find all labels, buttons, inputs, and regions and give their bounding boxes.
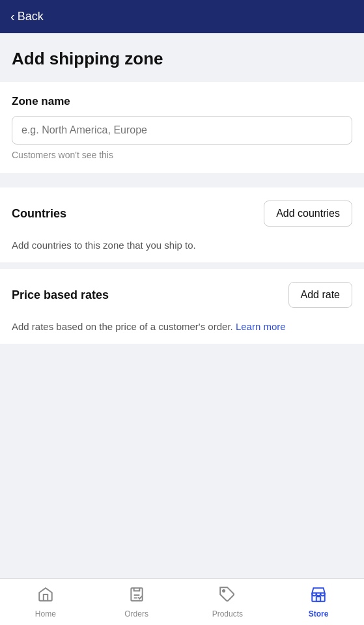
nav-item-products[interactable]: Products (182, 579, 273, 625)
nav-label-store: Store (309, 609, 329, 618)
zone-name-hint: Customers won't see this (12, 150, 352, 160)
zone-name-card: Zone name Customers won't see this (0, 82, 364, 173)
page-title: Add shipping zone (12, 49, 352, 69)
learn-more-link[interactable]: Learn more (236, 321, 286, 332)
add-countries-button[interactable]: Add countries (264, 201, 352, 227)
bottom-nav: Home Orders Products (0, 578, 364, 625)
countries-section: Countries Add countries Add countries to… (0, 188, 364, 262)
nav-label-home: Home (35, 609, 56, 618)
svg-rect-5 (316, 596, 321, 602)
divider-2 (0, 262, 364, 269)
header: ‹ Back (0, 0, 364, 33)
divider-1 (0, 181, 364, 188)
nav-item-home[interactable]: Home (0, 579, 91, 625)
price-rates-section: Price based rates Add rate Add rates bas… (0, 269, 364, 344)
nav-label-products: Products (212, 609, 243, 618)
nav-item-orders[interactable]: Orders (91, 579, 182, 625)
back-label: Back (18, 10, 44, 23)
nav-label-orders: Orders (124, 609, 148, 618)
zone-name-input[interactable] (12, 116, 352, 145)
back-chevron-icon: ‹ (10, 9, 15, 24)
orders-icon (128, 586, 145, 607)
svg-point-3 (223, 589, 225, 591)
home-icon (37, 586, 54, 607)
zone-name-card-inner: Zone name Customers won't see this (0, 82, 364, 173)
back-button[interactable]: ‹ Back (10, 9, 44, 24)
price-rates-header-row: Price based rates Add rate (0, 269, 364, 321)
countries-description: Add countries to this zone that you ship… (0, 240, 364, 262)
price-rates-description: Add rates based on the price of a custom… (0, 321, 364, 344)
countries-label: Countries (12, 207, 66, 221)
page-title-section: Add shipping zone (0, 33, 364, 82)
svg-rect-0 (131, 588, 142, 601)
products-icon (219, 586, 236, 607)
countries-header-row: Countries Add countries (0, 188, 364, 240)
add-rate-button[interactable]: Add rate (288, 282, 352, 308)
zone-name-label: Zone name (12, 95, 352, 108)
price-rates-label: Price based rates (12, 288, 109, 302)
nav-item-store[interactable]: Store (273, 579, 364, 625)
store-icon (310, 586, 327, 607)
price-rates-description-text: Add rates based on the price of a custom… (12, 321, 236, 332)
